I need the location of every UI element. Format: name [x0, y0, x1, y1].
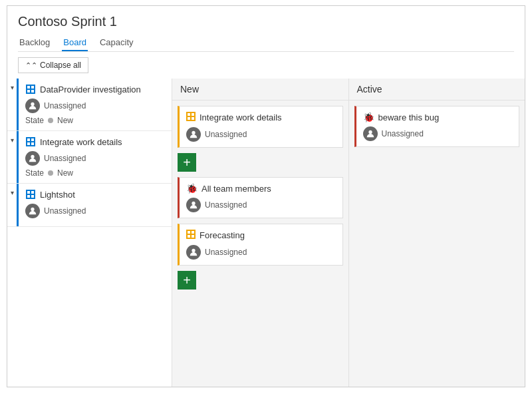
- sidebar-card-2-state-value: New: [57, 168, 73, 178]
- sidebar-card-3: Lightshot Unassigned: [17, 184, 172, 226]
- avatar-card-2: [186, 198, 201, 212]
- svg-rect-1: [27, 86, 30, 89]
- task-icon-2: [25, 136, 36, 147]
- avatar-2: [25, 151, 40, 166]
- bug-icon-4: 🐞: [363, 112, 374, 122]
- avatar-card-3: [186, 245, 201, 260]
- svg-rect-8: [31, 138, 34, 141]
- sidebar-card-1-title-row: DataProvider investigation: [25, 84, 166, 95]
- board-card-1: Integrate work details Unassigned: [178, 106, 343, 148]
- sidebar-card-3-title-row: Lightshot: [25, 189, 166, 200]
- svg-point-24: [192, 202, 195, 205]
- svg-point-23: [192, 131, 195, 134]
- task-icon-3: [25, 189, 36, 200]
- board-card-3-user: Unassigned: [186, 245, 337, 260]
- board-card-2: 🐞 All team members Unassigned: [178, 177, 343, 218]
- board-columns: New: [172, 79, 525, 387]
- state-dot-2: [48, 170, 53, 176]
- board-card-3-title: Forecasting: [200, 230, 245, 240]
- svg-rect-19: [188, 113, 190, 116]
- board-card-2-title: All team members: [201, 184, 271, 194]
- bug-icon-2: 🐞: [186, 183, 198, 194]
- board-card-2-user: Unassigned: [186, 198, 337, 212]
- add-card-button-2[interactable]: +: [178, 271, 343, 290]
- board-card-3-title-row: Forecasting: [186, 230, 337, 241]
- svg-rect-28: [188, 235, 190, 238]
- sidebar-card-2-user: Unassigned: [25, 151, 166, 166]
- svg-rect-27: [192, 231, 194, 234]
- board-card-2-title-row: 🐞 All team members: [186, 183, 337, 194]
- sidebar-card-2-state-label: State: [25, 168, 44, 178]
- tab-board[interactable]: Board: [62, 35, 88, 51]
- svg-rect-21: [188, 117, 190, 120]
- column-active: Active 🐞 beware this bug Unassigned: [349, 79, 525, 387]
- avatar-card-1: [186, 127, 201, 142]
- column-active-header: Active: [349, 79, 525, 100]
- sidebar-card-2-user-label: Unassigned: [44, 154, 86, 163]
- board-card-3: Forecasting Unassigned: [178, 224, 343, 266]
- sidebar-card-2-state: State New: [25, 168, 166, 178]
- sidebar-row-2: ▾ Integrate work details: [7, 131, 172, 184]
- add-card-button-1[interactable]: +: [178, 153, 343, 172]
- sidebar-card-3-title: Lightshot: [40, 190, 75, 200]
- svg-rect-9: [27, 142, 30, 145]
- avatar-3: [25, 204, 40, 218]
- add-btn-2[interactable]: +: [178, 271, 196, 290]
- sidebar-card-3-user: Unassigned: [25, 204, 166, 218]
- board-card-4-user: Unassigned: [363, 126, 514, 141]
- svg-point-5: [31, 102, 34, 106]
- svg-rect-7: [27, 138, 30, 141]
- svg-rect-29: [192, 235, 194, 238]
- svg-rect-14: [31, 191, 34, 194]
- svg-rect-16: [31, 195, 34, 198]
- board-card-4-user-label: Unassigned: [382, 129, 424, 138]
- sidebar-row-3: ▾ Lightshot: [7, 184, 172, 227]
- collapse-row-1-arrow[interactable]: ▾: [7, 84, 17, 91]
- board-container: ▾ DataProvider investigatio: [7, 79, 525, 387]
- sidebar-card-2-title: Integrate work details: [40, 137, 122, 147]
- svg-point-17: [31, 208, 34, 211]
- task-small-icon-3: [186, 230, 196, 241]
- board-card-1-title: Integrate work details: [200, 112, 282, 122]
- svg-point-11: [31, 155, 34, 158]
- svg-rect-3: [27, 90, 30, 93]
- sidebar-card-1-state: State New: [25, 116, 166, 125]
- svg-point-30: [192, 249, 195, 252]
- nav-tabs: Backlog Board Capacity: [18, 35, 514, 52]
- svg-rect-4: [31, 90, 34, 93]
- svg-rect-10: [31, 142, 34, 145]
- collapse-row-2-arrow[interactable]: ▾: [7, 136, 17, 144]
- board-card-4-title: beware this bug: [378, 112, 440, 122]
- avatar-1: [25, 98, 40, 113]
- toolbar: ⌃⌃ Collapse all: [7, 52, 525, 79]
- column-new-header: New: [172, 79, 348, 100]
- collapse-all-button[interactable]: ⌃⌃ Collapse all: [18, 57, 88, 73]
- page-title: Contoso Sprint 1: [18, 14, 514, 29]
- column-new-body: Integrate work details Unassigned +: [172, 100, 348, 387]
- sidebar-card-2-title-row: Integrate work details: [25, 136, 166, 147]
- sidebar-card-2: Integrate work details Unassigned State …: [17, 131, 172, 183]
- sidebar-card-1-user-label: Unassigned: [44, 101, 86, 110]
- board-card-4-title-row: 🐞 beware this bug: [363, 112, 514, 122]
- tab-backlog[interactable]: Backlog: [18, 35, 51, 51]
- board-card-4: 🐞 beware this bug Unassigned: [354, 106, 520, 147]
- tab-capacity[interactable]: Capacity: [98, 35, 135, 51]
- board-card-1-user: Unassigned: [186, 127, 337, 142]
- avatar-card-4: [363, 126, 378, 141]
- sidebar-card-1-state-value: New: [57, 116, 73, 125]
- board-card-1-title-row: Integrate work details: [186, 112, 337, 123]
- sidebar-card-1: DataProvider investigation Unassigned St…: [17, 79, 172, 130]
- collapse-chevron-icon: ⌃⌃: [25, 61, 37, 70]
- board-card-2-user-label: Unassigned: [205, 200, 247, 210]
- sidebar-card-3-user-label: Unassigned: [44, 206, 86, 216]
- board-card-1-user-label: Unassigned: [205, 130, 247, 139]
- svg-rect-22: [192, 117, 194, 120]
- task-small-icon-1: [186, 112, 196, 123]
- collapse-row-3-arrow[interactable]: ▾: [7, 189, 17, 196]
- svg-rect-2: [31, 86, 34, 89]
- svg-rect-13: [27, 191, 30, 194]
- add-btn-1[interactable]: +: [178, 153, 196, 172]
- column-active-body: 🐞 beware this bug Unassigned: [349, 100, 525, 387]
- sidebar: ▾ DataProvider investigatio: [7, 79, 172, 387]
- task-icon-1: [25, 84, 36, 95]
